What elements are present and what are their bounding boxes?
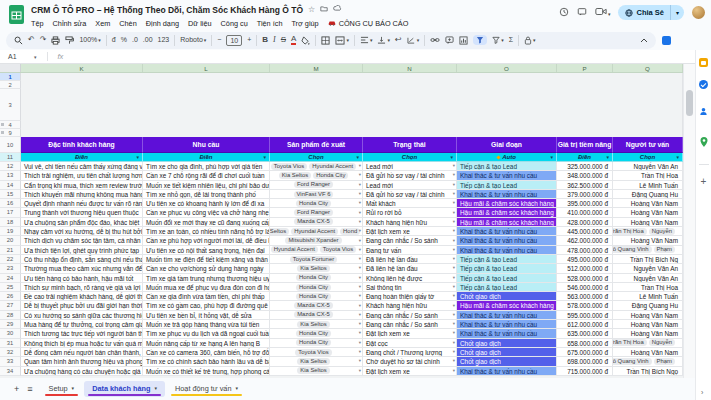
tab-data-khách-hàng[interactable]: Data khách hàng▾	[84, 381, 165, 397]
cell-dropdown-icon[interactable]: ▾	[453, 339, 455, 348]
cell-status[interactable]: Sai thông tin▾	[363, 283, 457, 292]
cell-trait[interactable]: Thích dịch vụ chăm sóc tận tâm, cá nhân …	[21, 236, 143, 245]
name-box[interactable]: A1	[8, 53, 34, 60]
cell-status[interactable]: Đang tư vấn▾	[363, 246, 457, 255]
cell-stage[interactable]: Chốt giao dịch	[457, 357, 557, 366]
side-panel-app-icon[interactable]	[662, 36, 671, 45]
subheader-cell[interactable]: Điền▼	[21, 153, 143, 162]
cell-consultant[interactable]: Đặng Quang Hu	[613, 190, 683, 199]
tab-hoạt-động-tư-vấn[interactable]: Hoạt động tư vấn▾	[167, 381, 246, 397]
cell-dropdown-icon[interactable]: ▾	[453, 181, 455, 190]
row-header-34[interactable]: 34	[0, 367, 21, 376]
functions-button[interactable]: Σ	[509, 35, 513, 45]
cell-products[interactable]: Honda City▾	[270, 283, 363, 292]
row-header-24[interactable]: 24	[0, 274, 21, 283]
product-chip[interactable]: Honda City	[296, 274, 331, 281]
consultant-chip[interactable]: Ngô Quang Vinh	[613, 358, 652, 365]
cell-products[interactable]: Toyota Fortuner▾	[270, 255, 363, 264]
cell-dropdown-icon[interactable]: ▾	[453, 171, 455, 180]
subheader-cell[interactable]: Chọn▼	[613, 153, 683, 162]
product-chip[interactable]: Seltos	[270, 228, 289, 235]
cell-products[interactable]: Mazda CX-5▾	[270, 311, 363, 320]
cell-value[interactable]: 635.000.000 đ	[557, 329, 613, 338]
product-chip[interactable]: Kia Seltos	[297, 321, 330, 328]
cell-dropdown-icon[interactable]: ▾	[359, 339, 361, 348]
collapse-panel-icon[interactable]: ›	[701, 389, 703, 396]
search-icon[interactable]	[14, 36, 23, 45]
cell-trait[interactable]: Ưa chuộng sản phẩm độc đáo, khác biệt	[21, 218, 143, 227]
cell-products[interactable]: Mazda CX-5▾	[270, 218, 363, 227]
cell-trait[interactable]: Thích khuyến mãi nhưng không mua hàng rẻ…	[21, 190, 143, 199]
cell-trait[interactable]: Thường mua theo cảm xúc nhưng vẫn để ý t…	[21, 264, 143, 273]
empty-cells-row[interactable]	[21, 73, 683, 81]
row-group-icon[interactable]	[1, 131, 4, 134]
column-header-P[interactable]: P	[557, 64, 613, 72]
undo-icon[interactable]: ↶	[28, 35, 35, 45]
cell-trait[interactable]: Dễ đồng cảm nếu người bán chân thành, hi…	[21, 348, 143, 357]
cell-value[interactable]: 612.000.000 đ	[557, 320, 613, 329]
filter-views-icon[interactable]: ▾	[492, 35, 504, 45]
cell-dropdown-icon[interactable]: ▾	[453, 162, 455, 171]
subheader-cell[interactable]: Chọn▼	[270, 153, 363, 162]
header-cell[interactable]: Giai đoạn	[457, 137, 557, 153]
cell-stage[interactable]: Chốt giao dịch	[457, 339, 557, 348]
cell-value[interactable]: 462.000.000 đ	[557, 236, 613, 245]
row-header-15[interactable]: 15	[0, 190, 21, 199]
row-header-27[interactable]: 27	[0, 301, 21, 310]
font-size-input[interactable]: 10	[226, 35, 242, 46]
cell-need[interactable]: Cần xe cho vợ/chồng sử dụng hàng ngày	[143, 264, 270, 273]
cell-status[interactable]: Đặt lịch xem xe▾	[363, 367, 457, 376]
cell-status[interactable]: Lead mới▾	[363, 162, 457, 171]
filter-button[interactable]	[473, 35, 487, 45]
cell-consultant[interactable]: Trần Thị HoaNguyễn	[613, 227, 683, 236]
cell-stage[interactable]: Khai thác & tư vấn nhu cầu	[457, 329, 557, 338]
cell-status[interactable]: Đặt cọc▾	[363, 339, 457, 348]
row-header-20[interactable]: 20	[0, 236, 21, 245]
cell-dropdown-icon[interactable]: ▾	[453, 190, 455, 199]
cell-value[interactable]: 658.000.000 đ	[557, 339, 613, 348]
cell-products[interactable]: Kia Seltos▾	[270, 357, 363, 366]
cell-consultant[interactable]: Hoàng Văn Nam	[613, 218, 683, 227]
cell-value[interactable]: 428.000.000 đ	[557, 218, 613, 227]
cell-stage[interactable]: Hậu mãi & chăm sóc khách hàng	[457, 208, 557, 217]
filter-dropdown-icon[interactable]: ▼	[356, 153, 360, 162]
cell-dropdown-icon[interactable]: ▾	[359, 181, 361, 190]
cell-status[interactable]: Đang cân nhắc / So sánh▾	[363, 236, 457, 245]
cell-value[interactable]: 410.000.000 đ	[557, 208, 613, 217]
header-cell[interactable]: Nhu cầu	[143, 137, 270, 153]
cell-products[interactable]: Ford Ranger▾	[270, 208, 363, 217]
cell-dropdown-icon[interactable]: ▾	[359, 292, 361, 301]
product-chip[interactable]: Hyundai Accent	[291, 228, 338, 235]
menu-item-dinh-dang[interactable]: Định dạng	[146, 19, 179, 28]
cell-stage[interactable]: Khai thác & tư vấn nhu cầu	[457, 171, 557, 180]
header-cell[interactable]: Người tư vấn	[613, 137, 683, 153]
row-header-4[interactable]: 4	[0, 121, 21, 129]
cell-trait[interactable]: Thích sự minh bạch, rõ ràng về giá và lợ…	[21, 283, 143, 292]
cell-need[interactable]: Ưu tiên xe có nội thất sang trọng, hiện …	[143, 246, 270, 255]
cell-stage[interactable]: Khai thác & tư vấn nhu cầu	[457, 311, 557, 320]
menu-item-cong-cu[interactable]: Công cụ	[221, 19, 248, 28]
product-chip[interactable]: Kia Seltos	[297, 358, 330, 365]
calendar-icon[interactable]	[699, 58, 708, 67]
cell-dropdown-icon[interactable]: ▾	[453, 246, 455, 255]
cell-products[interactable]: Hyundai AccentToyota Vios▾	[270, 246, 363, 255]
tab-dropdown-icon[interactable]: ▾	[72, 385, 75, 391]
cell-dropdown-icon[interactable]: ▾	[453, 320, 455, 329]
cell-dropdown-icon[interactable]: ▾	[359, 301, 361, 310]
cell-consultant[interactable]: Hoàng Văn Nam	[613, 311, 683, 320]
product-chip[interactable]: Kia Seltos	[297, 265, 330, 272]
document-title[interactable]: CRM Ô TÔ PRO – Hệ Thống Theo Dõi, Chăm S…	[31, 5, 303, 15]
cell-value[interactable]: 495.000.000 đ	[557, 255, 613, 264]
cell-consultant[interactable]: Hoàng Văn Nam	[613, 320, 683, 329]
product-chip[interactable]: Honda City	[296, 284, 331, 291]
text-wrap-icon[interactable]: ↩	[395, 35, 402, 45]
cell-need[interactable]: Cần xe phù hợp với người mới lái, dễ điề…	[143, 236, 270, 245]
cell-dropdown-icon[interactable]: ▾	[359, 218, 361, 227]
decrease-decimal-button[interactable]: .0	[132, 35, 138, 45]
row-header-25[interactable]: 25	[0, 283, 21, 292]
cell-stage[interactable]: Hậu mãi & chăm sóc khách hàng	[457, 199, 557, 208]
cell-products[interactable]: Ford Ranger▾	[270, 181, 363, 190]
number-format-button[interactable]: 123	[158, 35, 170, 45]
cell-dropdown-icon[interactable]: ▾	[453, 292, 455, 301]
row-header-29[interactable]: 29	[0, 320, 21, 329]
